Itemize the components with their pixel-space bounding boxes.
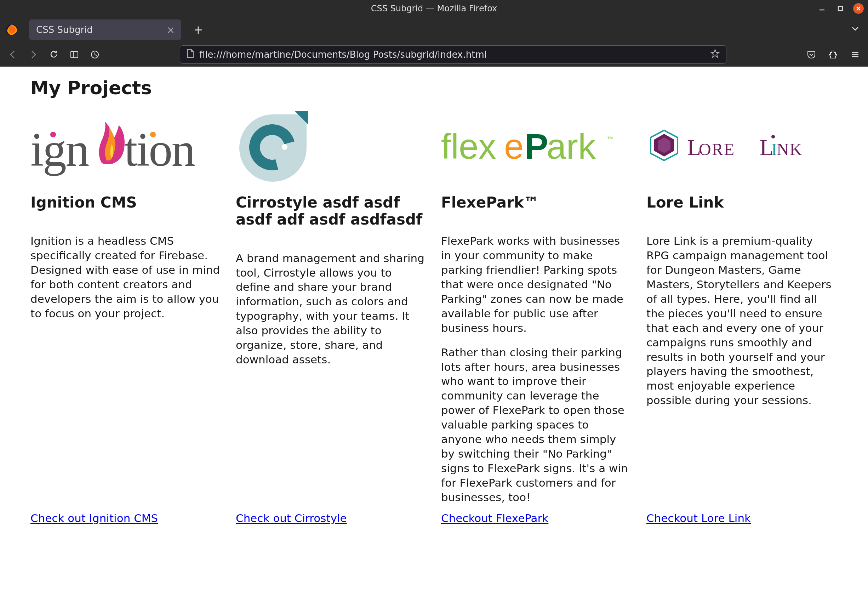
svg-text:flex: flex [441,126,496,166]
pocket-button[interactable] [805,48,818,61]
app-menu-button[interactable] [849,48,862,61]
bookmark-star-icon[interactable] [710,49,720,60]
project-card-cirrostyle: Cirrostyle asdf asdf asdf adf asdf asdfa… [236,109,427,525]
svg-text:e: e [504,126,524,166]
svg-text:NK: NK [777,140,803,158]
window-titlebar: CSS Subgrid — Mozilla Firefox [0,0,868,17]
svg-point-13 [150,132,156,137]
svg-text:™: ™ [607,135,613,142]
svg-text:ORE: ORE [699,140,735,158]
svg-rect-5 [71,51,78,58]
tab-title: CSS Subgrid [36,25,93,35]
tab-close-icon[interactable]: × [167,24,175,36]
file-icon [186,49,194,60]
svg-text:P: P [525,126,548,166]
reload-button[interactable] [47,48,60,61]
window-controls [816,3,864,14]
project-title: FlexePark™ [441,194,632,211]
project-card-flexepark: flex e P ark ™ FlexePark™ FlexePark work… [441,109,632,525]
svg-rect-1 [838,6,843,11]
project-description: Ignition is a headless CMS specifically … [31,218,222,504]
svg-point-14 [50,132,56,137]
sidebar-button[interactable] [68,48,81,61]
project-description: Lore Link is a premium-quality RPG campa… [646,218,837,504]
project-description: A brand management and sharing tool, Cir… [236,236,427,505]
project-description: FlexePark works with businesses in your … [441,218,632,504]
tab-bar: CSS Subgrid × + [0,17,868,42]
svg-text:ark: ark [547,126,596,166]
firefox-icon[interactable] [5,23,19,36]
page-content: My Projects ign tion Ignition CMS Igniti… [0,67,868,612]
history-button[interactable] [88,48,101,61]
svg-text:I: I [771,140,777,158]
project-title: Ignition CMS [31,194,222,211]
minimize-button[interactable] [816,3,828,14]
url-bar[interactable]: file:///home/martine/Documents/Blog Post… [180,45,726,64]
maximize-button[interactable] [835,3,846,14]
project-link-ignition[interactable]: Check out Ignition CMS [31,512,222,525]
project-title: Cirrostyle asdf asdf asdf adf asdf asdfa… [236,194,427,228]
svg-text:tion: tion [124,123,195,176]
projects-grid: ign tion Ignition CMS Ignition is a head… [31,109,837,525]
browser-tab[interactable]: CSS Subgrid × [29,19,181,40]
project-card-lorelink: L ORE L I NK Lore Link Lore Link is a pr… [646,109,837,525]
list-tabs-button[interactable] [851,25,860,35]
ignition-logo: ign tion [31,109,222,187]
project-link-flexepark[interactable]: Checkout FlexePark [441,512,632,525]
close-button[interactable] [853,3,864,14]
flexepark-logo: flex e P ark ™ [441,109,632,187]
page-heading: My Projects [31,77,837,98]
extensions-button[interactable] [827,48,840,61]
cirrostyle-logo [236,109,427,187]
window-title: CSS Subgrid — Mozilla Firefox [371,3,498,14]
project-link-cirrostyle[interactable]: Check out Cirrostyle [236,512,427,525]
svg-text:ign: ign [31,123,89,176]
back-button[interactable] [6,48,19,61]
forward-button[interactable] [27,48,40,61]
project-title: Lore Link [646,194,837,211]
new-tab-button[interactable]: + [191,23,205,37]
project-card-ignition: ign tion Ignition CMS Ignition is a head… [31,109,222,525]
lorelink-logo: L ORE L I NK [646,109,837,187]
toolbar-right [805,48,862,61]
project-link-lorelink[interactable]: Checkout Lore Link [646,512,837,525]
url-text: file:///home/martine/Documents/Blog Post… [199,49,705,60]
browser-toolbar: file:///home/martine/Documents/Blog Post… [0,42,868,67]
svg-point-27 [771,135,775,138]
